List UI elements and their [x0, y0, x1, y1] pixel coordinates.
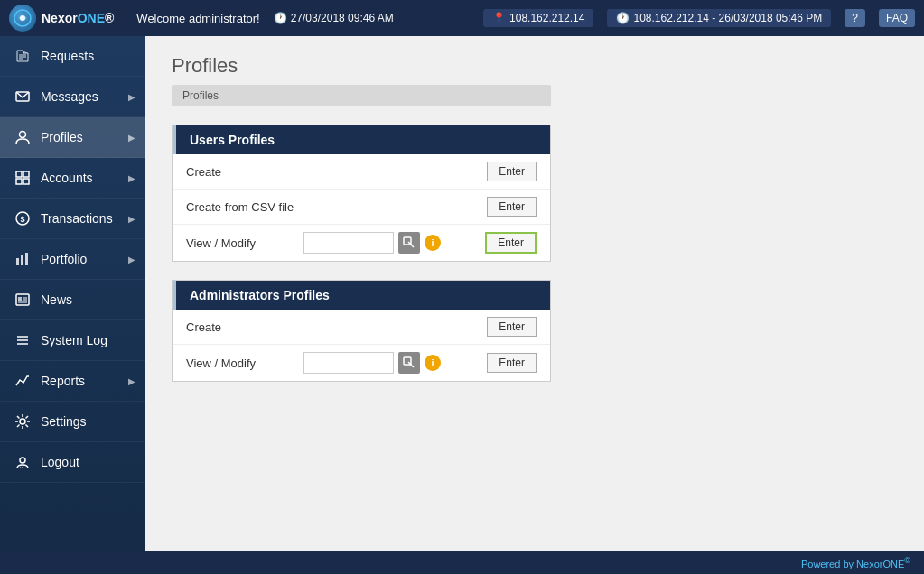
admins-viewmodify-input-area: i — [303, 352, 478, 374]
svg-point-24 — [20, 419, 25, 424]
requests-icon — [14, 47, 32, 65]
admins-profiles-panel: Administrators Profiles Create Enter Vie… — [172, 280, 551, 382]
breadcrumb: Profiles — [172, 85, 551, 106]
svg-line-29 — [17, 416, 20, 419]
sidebar-label-transactions: Transactions — [41, 211, 113, 226]
sidebar-item-accounts[interactable]: Accounts ▶ — [0, 158, 145, 199]
users-csv-label: Create from CSV file — [186, 200, 294, 214]
users-create-enter-button[interactable]: Enter — [487, 162, 537, 181]
logout-icon — [14, 453, 32, 471]
users-viewmodify-row: View / Modify i Enter — [173, 225, 550, 261]
main-layout: Requests Messages ▶ Profiles ▶ — [0, 36, 924, 551]
sidebar-label-settings: Settings — [41, 414, 87, 429]
svg-rect-10 — [23, 179, 29, 184]
arrow-icon-profiles: ▶ — [128, 133, 135, 143]
svg-rect-8 — [23, 171, 29, 177]
arrow-icon-accounts: ▶ — [128, 173, 135, 183]
admins-create-label: Create — [186, 320, 294, 334]
admins-create-row: Create Enter — [173, 310, 550, 345]
profiles-icon — [14, 128, 32, 146]
clock-icon: 🕐 — [274, 12, 287, 24]
svg-point-1 — [20, 15, 25, 21]
users-viewmodify-label: View / Modify — [186, 236, 294, 250]
logo-text: NexorONE® — [42, 11, 114, 25]
users-viewmodify-input[interactable] — [303, 232, 394, 254]
content-area: Profiles Profiles Users Profiles Create … — [145, 36, 924, 551]
svg-rect-7 — [16, 171, 22, 177]
portfolio-icon — [14, 250, 32, 268]
svg-point-33 — [20, 458, 25, 463]
sidebar-item-messages[interactable]: Messages ▶ — [0, 77, 145, 117]
logo-icon — [9, 5, 36, 32]
admins-create-enter-button[interactable]: Enter — [487, 317, 537, 337]
sidebar-label-news: News — [41, 292, 72, 307]
users-profiles-body: Create Enter Create from CSV file Enter … — [173, 154, 550, 261]
sidebar-item-portfolio[interactable]: Portfolio ▶ — [0, 239, 145, 280]
svg-text:$: $ — [20, 215, 24, 224]
users-profiles-header: Users Profiles — [173, 125, 550, 154]
accounts-icon — [14, 169, 32, 187]
systemlog-icon — [14, 331, 32, 349]
users-viewmodify-input-area: i — [303, 232, 476, 254]
users-viewmodify-info-icon[interactable]: i — [425, 235, 441, 251]
settings-icon — [14, 412, 32, 430]
users-profiles-panel: Users Profiles Create Enter Create from … — [172, 125, 551, 262]
footer-text: Powered by NexorONE© — [801, 559, 910, 569]
sidebar-item-profiles[interactable]: Profiles ▶ — [0, 117, 145, 158]
svg-rect-14 — [21, 255, 23, 265]
users-viewmodify-search-button[interactable] — [398, 232, 420, 254]
sidebar-label-requests: Requests — [41, 49, 94, 63]
svg-line-32 — [17, 425, 20, 428]
sidebar-item-settings[interactable]: Settings — [0, 402, 145, 442]
sidebar-label-systemlog: System Log — [41, 333, 107, 347]
header-ip: 📍 108.162.212.14 — [483, 9, 593, 27]
admins-viewmodify-info-icon[interactable]: i — [425, 355, 441, 371]
svg-line-31 — [26, 416, 29, 419]
footer: Powered by NexorONE© — [0, 551, 924, 574]
faq-button[interactable]: FAQ — [879, 9, 915, 27]
sidebar: Requests Messages ▶ Profiles ▶ — [0, 36, 145, 551]
users-csv-enter-button[interactable]: Enter — [487, 197, 537, 217]
news-icon — [14, 291, 32, 309]
sidebar-item-systemlog[interactable]: System Log — [0, 320, 145, 361]
admins-viewmodify-row: View / Modify i Enter — [173, 345, 550, 381]
svg-point-6 — [20, 132, 26, 138]
sidebar-label-logout: Logout — [41, 455, 79, 469]
svg-rect-9 — [16, 179, 22, 184]
users-csv-row: Create from CSV file Enter — [173, 190, 550, 225]
users-viewmodify-enter-button[interactable]: Enter — [485, 232, 537, 254]
header-session: 🕐 108.162.212.14 - 26/03/2018 05:46 PM — [607, 9, 831, 27]
svg-rect-17 — [18, 297, 22, 301]
sidebar-item-logout[interactable]: Logout — [0, 442, 145, 483]
admins-viewmodify-enter-button[interactable]: Enter — [487, 353, 537, 373]
sidebar-item-transactions[interactable]: $ Transactions ▶ — [0, 199, 145, 239]
help-button[interactable]: ? — [845, 9, 865, 27]
svg-rect-13 — [16, 258, 19, 265]
sidebar-label-reports: Reports — [41, 374, 85, 388]
welcome-text: Welcome administrator! — [136, 12, 259, 25]
sidebar-item-news[interactable]: News — [0, 280, 145, 320]
admins-viewmodify-label: View / Modify — [186, 356, 294, 370]
arrow-icon-portfolio: ▶ — [128, 255, 135, 264]
sidebar-item-requests[interactable]: Requests — [0, 36, 145, 77]
sidebar-label-portfolio: Portfolio — [41, 252, 87, 266]
svg-line-30 — [26, 425, 29, 428]
sidebar-label-messages: Messages — [41, 89, 98, 104]
sidebar-label-profiles: Profiles — [41, 130, 83, 144]
sidebar-item-reports[interactable]: Reports ▶ — [0, 361, 145, 402]
session-clock-icon: 🕐 — [616, 12, 630, 24]
header: NexorONE® Welcome administrator! 🕐 27/03… — [0, 0, 924, 36]
admins-profiles-body: Create Enter View / Modify — [173, 310, 550, 381]
header-time: 🕐 27/03/2018 09:46 AM — [274, 12, 394, 24]
admins-viewmodify-input[interactable] — [303, 352, 394, 374]
users-create-row: Create Enter — [173, 154, 550, 190]
page-title: Profiles — [172, 54, 897, 78]
arrow-icon-transactions: ▶ — [128, 214, 135, 224]
svg-rect-15 — [25, 253, 28, 265]
users-create-label: Create — [186, 165, 294, 179]
logo-area: NexorONE® — [9, 5, 114, 32]
transactions-icon: $ — [14, 209, 32, 227]
sidebar-label-accounts: Accounts — [41, 171, 93, 185]
admins-viewmodify-search-button[interactable] — [398, 352, 420, 374]
arrow-icon: ▶ — [128, 92, 135, 102]
